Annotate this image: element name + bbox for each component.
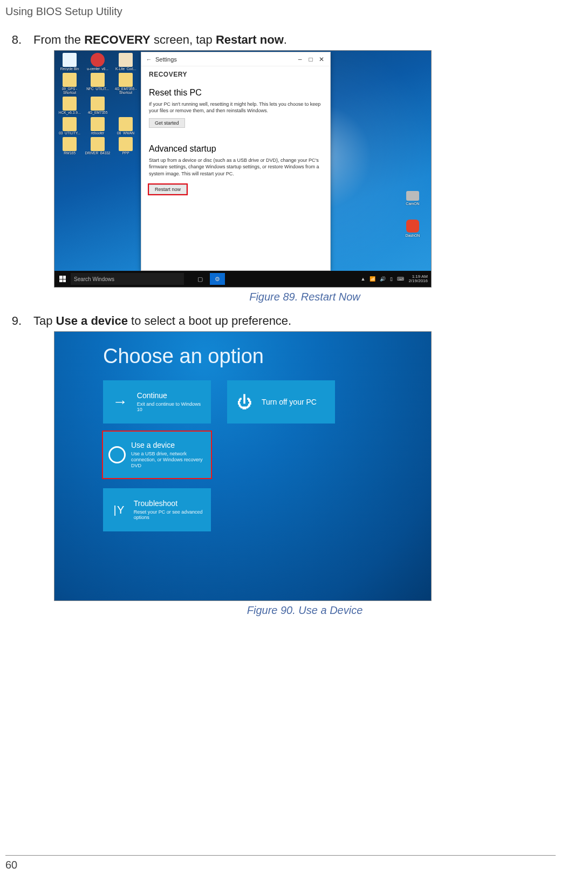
desktop-icon-label: PPP [122, 151, 129, 155]
device-title: Use a device [131, 441, 206, 450]
desktop-icon-label: 4G_EM7355 - Shortcut [114, 87, 138, 94]
desktop-icon-utility[interactable]: 03_UTILITY... [58, 117, 81, 135]
desktop-icon-label: 08_WWAN [117, 131, 134, 135]
desktop-right-icons: CamON DashON [401, 191, 425, 237]
camera-icon [406, 191, 419, 201]
taskbar-clock[interactable]: 1:19 AM 2/19/2016 [408, 275, 428, 283]
reset-pc-heading: Reset this PC [149, 88, 323, 98]
advanced-startup-heading: Advanced startup [149, 144, 323, 154]
tray-keyboard-icon[interactable]: ⌨ [397, 276, 404, 282]
desktop-icon-label: Recycle Bin [60, 67, 79, 71]
settings-title: Settings [153, 56, 295, 63]
desktop-icon-klite[interactable]: K-Lite_Cod... [114, 53, 138, 71]
desktop-icon-wwan[interactable]: 08_WWAN [114, 117, 138, 135]
maximize-button[interactable]: □ [305, 56, 316, 63]
step-8-pre: From the [33, 33, 84, 46]
taskbar: Search Windows ▢ ⚙ ▲ 📶 🔊 ▯ ⌨ 1:19 AM 2/1… [54, 271, 431, 287]
step-9-number: 9. [5, 314, 22, 328]
desktop-icon-label: DRIVER_B4332 [85, 151, 111, 155]
desktop-icon-camon[interactable]: CamON [401, 191, 425, 206]
continue-title: Continue [137, 391, 206, 400]
start-button[interactable] [54, 276, 71, 282]
figure-89-caption: Figure 89. Restart Now [54, 291, 556, 303]
step-8-number: 8. [5, 33, 22, 47]
desktop-icon-rw165[interactable]: RW165 [58, 137, 81, 155]
settings-window: ← Settings – □ ✕ RECOVERY Reset this PC … [141, 52, 331, 271]
figure-89: Recycle Bin u-center_v8... K-Lite_Cod...… [54, 50, 556, 303]
step-8-text: From the RECOVERY screen, tap Restart no… [33, 33, 287, 47]
tools-icon [108, 498, 128, 522]
figure-90-caption: Figure 90. Use a Device [54, 604, 556, 617]
turn-off-tile[interactable]: Turn off your PC [227, 380, 335, 424]
use-a-device-tile[interactable]: Use a device Use a USB drive, network co… [103, 432, 211, 478]
desktop-icon-ppp[interactable]: PPP [114, 137, 138, 155]
desktop-icon-ucenter[interactable]: u-center_v8... [86, 53, 110, 71]
step-9-post: to select a boot up preference. [128, 314, 291, 327]
desktop-icon-label: 4G_EM7355 [88, 111, 108, 114]
step-8: 8. From the RECOVERY screen, tap Restart… [5, 33, 556, 47]
settings-titlebar: ← Settings – □ ✕ [141, 52, 330, 66]
desktop-icon-label: NFC_UTILIT... [86, 87, 109, 91]
back-button[interactable]: ← [145, 56, 153, 63]
advanced-startup-description: Start up from a device or disc (such as … [149, 157, 323, 176]
desktop-icon-label: RW165 [64, 151, 76, 155]
settings-taskbar-button[interactable]: ⚙ [210, 273, 225, 285]
trouble-title: Troubleshoot [134, 499, 206, 508]
desktop-icon-hck[interactable]: HCK_v6.3.9... [58, 97, 81, 114]
disc-icon [108, 443, 126, 467]
clock-date: 2/19/2016 [408, 279, 428, 283]
step-9-b1: Use a device [56, 314, 128, 327]
step-8-b1: RECOVERY [84, 33, 151, 46]
tray-battery-icon[interactable]: ▯ [390, 276, 393, 282]
desktop-icon-driver[interactable]: DRIVER_B4332 [86, 137, 110, 155]
dash-icon [406, 220, 419, 233]
step-8-b2: Restart now [216, 33, 284, 46]
tray-chevron-up-icon[interactable]: ▲ [360, 276, 365, 282]
close-button[interactable]: ✕ [316, 56, 327, 63]
windows-logo-icon [59, 276, 66, 282]
choose-title: Choose an option [103, 345, 264, 368]
minimize-button[interactable]: – [295, 56, 305, 63]
desktop-icon-4g-1[interactable]: 4G_EM7355 - Shortcut [114, 73, 138, 94]
power-icon [233, 390, 256, 414]
continue-tile[interactable]: Continue Exit and continue to Windows 10 [103, 380, 211, 424]
choose-option-screen: Choose an option Continue Exit and conti… [54, 331, 432, 601]
settings-heading-recovery: RECOVERY [141, 66, 330, 85]
desktop-icon-dashon[interactable]: DashON [401, 220, 425, 237]
step-9: 9. Tap Use a device to select a boot up … [5, 314, 556, 328]
desktop-icons: Recycle Bin u-center_v8... K-Lite_Cod...… [58, 53, 139, 155]
desktop-icon-label: HCK_v6.3.9... [59, 111, 80, 114]
tray-volume-icon[interactable]: 🔊 [380, 276, 386, 282]
desktop-icon-gps[interactable]: 09_GPS - Shortcut [58, 73, 81, 94]
desktop-icon-label: rebooter [91, 131, 104, 135]
taskbar-search[interactable]: Search Windows [71, 273, 184, 285]
desktop-icon-label: u-center_v8... [87, 67, 108, 71]
desktop-icon-label: 03_UTILITY... [59, 131, 80, 135]
figure-90: Choose an option Continue Exit and conti… [54, 331, 556, 617]
desktop-icon-label: DashON [406, 234, 420, 237]
step-9-pre: Tap [33, 314, 56, 327]
trouble-subtitle: Reset your PC or see advanced options [134, 509, 206, 521]
get-started-button[interactable]: Get started [149, 118, 185, 128]
desktop-icon-nfc[interactable]: NFC_UTILIT... [86, 73, 110, 94]
page-footer: 60 [5, 855, 556, 871]
restart-now-button[interactable]: Restart now [149, 185, 187, 194]
desktop-screenshot: Recycle Bin u-center_v8... K-Lite_Cod...… [54, 50, 432, 288]
desktop-icon-label: 09_GPS - Shortcut [58, 87, 81, 94]
settings-body: Reset this PC If your PC isn't running w… [141, 85, 330, 194]
page-header: Using BIOS Setup Utility [5, 5, 556, 22]
tray-network-icon[interactable]: 📶 [370, 276, 375, 282]
continue-subtitle: Exit and continue to Windows 10 [137, 401, 206, 413]
system-tray: ▲ 📶 🔊 ▯ ⌨ 1:19 AM 2/19/2016 [360, 275, 431, 283]
desktop-icon-rebooter[interactable]: rebooter [86, 117, 110, 135]
desktop-icon-label: K-Lite_Cod... [115, 67, 136, 71]
step-8-post: . [284, 33, 287, 46]
task-view-button[interactable]: ▢ [193, 273, 208, 285]
troubleshoot-tile[interactable]: Troubleshoot Reset your PC or see advanc… [103, 488, 211, 531]
turnoff-title: Turn off your PC [262, 398, 317, 407]
page-number: 60 [5, 859, 17, 871]
step-9-text: Tap Use a device to select a boot up pre… [33, 314, 291, 328]
step-8-mid: screen, tap [151, 33, 216, 46]
desktop-icon-4g-2[interactable]: 4G_EM7355 [86, 97, 110, 114]
desktop-icon-recycle-bin[interactable]: Recycle Bin [58, 53, 81, 71]
